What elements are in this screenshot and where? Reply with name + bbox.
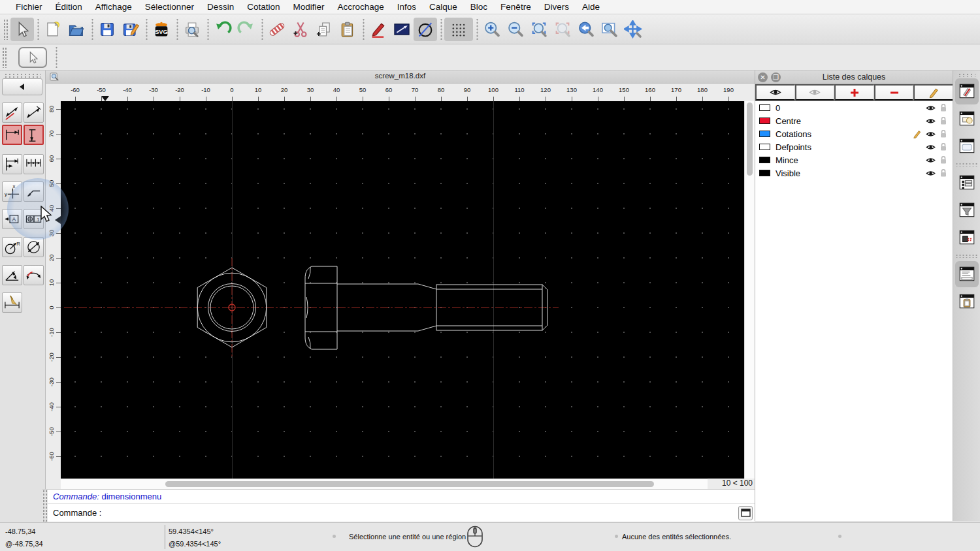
dim-linear-button[interactable]	[24, 102, 44, 123]
layer-row-0[interactable]: 0	[755, 101, 953, 114]
save-button[interactable]	[95, 18, 119, 41]
layer-list-panel-button[interactable]	[955, 78, 979, 104]
cut-button[interactable]	[289, 18, 312, 41]
show-all-layers-button[interactable]	[755, 84, 795, 101]
circle-attributes-button[interactable]	[414, 18, 437, 41]
menu-item-1[interactable]: Édition	[49, 2, 89, 12]
layer-visible-icon[interactable]	[926, 144, 936, 151]
menu-item-9[interactable]: Calque	[423, 2, 464, 12]
layer-visible-icon[interactable]	[926, 131, 936, 138]
dim-angular-button[interactable]	[2, 265, 22, 285]
pen-palette-panel-button[interactable]	[955, 225, 979, 251]
paste-button[interactable]	[336, 18, 359, 41]
layer-row-Mince[interactable]: Mince	[755, 153, 953, 166]
layer-color-swatch[interactable]	[759, 118, 770, 124]
dim-horizontal-button[interactable]	[2, 125, 22, 145]
dim-aligned-button[interactable]	[2, 102, 22, 123]
selection-pointer-button[interactable]	[18, 47, 47, 68]
select-arrow-button[interactable]	[10, 18, 34, 41]
layer-lock-icon[interactable]	[939, 103, 947, 112]
dim-label-button[interactable]: A	[2, 209, 22, 229]
vertical-scrollbar-thumb[interactable]	[747, 102, 753, 176]
command-dock-handle[interactable]	[42, 490, 48, 522]
layer-row-Cotations[interactable]: Cotations	[755, 127, 953, 140]
toolbar-drag-handle[interactable]	[3, 19, 8, 40]
zoom-pan-button[interactable]	[621, 18, 645, 41]
layer-color-swatch[interactable]	[759, 144, 770, 150]
toolbar-back-button[interactable]	[2, 78, 42, 95]
drawing-canvas[interactable]	[61, 101, 744, 479]
layer-lock-icon[interactable]	[939, 168, 947, 178]
dim-continue-button[interactable]	[24, 154, 44, 174]
dim-baseline-button[interactable]	[2, 154, 22, 174]
layer-lock-icon[interactable]	[939, 155, 947, 165]
layer-color-swatch[interactable]	[759, 104, 770, 111]
redo-button[interactable]	[235, 18, 258, 41]
menu-item-7[interactable]: Accrochage	[331, 2, 390, 12]
command-detach-button[interactable]	[738, 506, 753, 520]
menu-item-8[interactable]: Infos	[391, 2, 423, 12]
remove-layer-button[interactable]	[874, 84, 914, 101]
entity-info-panel-button[interactable]	[955, 170, 979, 196]
menu-item-2[interactable]: Affichage	[89, 2, 139, 12]
block-list-panel-button[interactable]	[955, 106, 979, 132]
zoom-out-button[interactable]	[504, 18, 527, 41]
command-input[interactable]	[105, 506, 734, 520]
zoom-back-button[interactable]	[574, 18, 598, 41]
zoom-in-button[interactable]	[480, 18, 504, 41]
command-widget-panel-button[interactable]	[955, 261, 979, 287]
layer-visible-icon[interactable]	[926, 118, 936, 125]
svg-export-button[interactable]: SVG	[150, 18, 173, 41]
new-document-button[interactable]	[41, 18, 65, 41]
layer-row-Centre[interactable]: Centre	[755, 114, 953, 127]
filter-panel-button[interactable]	[955, 197, 979, 223]
vertical-scrollbar[interactable]	[744, 101, 755, 479]
dim-arc-button[interactable]	[24, 265, 44, 285]
drawing-window-titlebar[interactable]: screw_m18.dxf	[46, 71, 755, 84]
menu-item-6[interactable]: Modifier	[286, 2, 331, 12]
layer-lock-icon[interactable]	[939, 142, 947, 151]
line-attributes-button[interactable]	[390, 18, 414, 41]
print-preview-button[interactable]	[180, 18, 204, 41]
menu-item-5[interactable]: Cotation	[240, 2, 286, 12]
library-browser-panel-button[interactable]	[955, 133, 979, 159]
zoom-window-button[interactable]	[598, 18, 621, 41]
menu-item-13[interactable]: Aide	[576, 2, 606, 12]
horizontal-scrollbar-thumb[interactable]	[165, 481, 654, 487]
grid-toggle-button[interactable]	[444, 18, 473, 41]
menu-item-12[interactable]: Divers	[538, 2, 576, 12]
menu-item-4[interactable]: Dessin	[201, 2, 240, 12]
zoom-previous-button[interactable]	[551, 18, 574, 41]
dim-ordinate-button[interactable]: xy	[2, 181, 22, 202]
menu-item-11[interactable]: Fenêtre	[494, 2, 538, 12]
horizontal-scrollbar[interactable]	[61, 479, 708, 489]
zoom-auto-button[interactable]	[527, 18, 551, 41]
layer-row-Visible[interactable]: Visible	[755, 166, 953, 180]
layer-color-swatch[interactable]	[759, 157, 770, 163]
add-layer-button[interactable]	[834, 84, 874, 101]
copy-button[interactable]	[312, 18, 336, 41]
dim-regenerate-button[interactable]	[2, 292, 22, 313]
layer-visible-icon[interactable]	[926, 170, 936, 177]
menu-item-10[interactable]: Bloc	[464, 2, 494, 12]
dim-vertical-button[interactable]	[24, 125, 44, 145]
dim-diametric-button[interactable]	[24, 237, 44, 257]
layer-color-swatch[interactable]	[759, 131, 770, 137]
dim-radial-button[interactable]: R	[2, 237, 22, 257]
layer-row-Defpoints[interactable]: Defpoints	[755, 140, 953, 153]
open-file-button[interactable]	[65, 18, 88, 41]
clipboard-panel-button[interactable]	[955, 289, 979, 315]
dim-leader-button[interactable]	[24, 181, 44, 202]
edit-layer-button[interactable]	[913, 84, 953, 101]
layer-lock-icon[interactable]	[939, 129, 947, 138]
save-as-button[interactable]	[119, 18, 142, 41]
pen-attributes-button[interactable]	[367, 18, 390, 41]
menu-item-3[interactable]: Sélectionner	[139, 2, 201, 12]
eraser-button[interactable]	[265, 18, 289, 41]
layer-visible-icon[interactable]	[926, 104, 936, 112]
hide-all-layers-button[interactable]	[795, 84, 835, 101]
undo-button[interactable]	[211, 18, 235, 41]
optionsbar-drag-handle[interactable]	[2, 47, 7, 68]
menu-item-0[interactable]: Fichier	[9, 2, 49, 12]
layer-lock-icon[interactable]	[939, 116, 947, 125]
